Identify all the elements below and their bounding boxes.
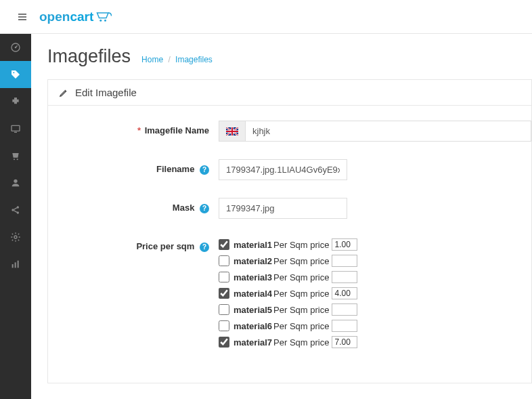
svg-rect-8 [12,125,20,131]
svg-line-16 [14,208,17,210]
material-name: material7 [234,337,272,348]
svg-point-4 [104,19,106,21]
help-icon[interactable]: ? [200,243,209,252]
material-price-input[interactable] [332,238,357,251]
svg-point-18 [14,236,17,238]
sidebar-catalog-icon[interactable] [0,61,31,88]
page-title: Imagefiles [47,46,131,67]
material-price-input[interactable] [332,287,357,299]
material-row: material5 Per Sqm price [219,301,531,318]
breadcrumb-current[interactable]: Imagefiles [175,55,213,64]
material-name: material5 [234,305,272,315]
menu-toggle[interactable] [9,4,35,30]
language-flag [219,121,246,142]
material-suffix: Per Sqm price [273,272,329,282]
svg-point-6 [15,47,17,49]
breadcrumb-home[interactable]: Home [141,55,163,64]
material-suffix: Per Sqm price [273,240,329,250]
help-icon[interactable]: ? [200,204,209,213]
material-price-input[interactable] [332,271,357,283]
label-filename: Filename ? [48,159,219,175]
sidebar-share-icon[interactable] [0,196,31,224]
sidebar-dashboard-icon[interactable] [0,34,31,61]
imagefile-name-input[interactable] [246,121,531,142]
material-name: material3 [234,272,272,282]
svg-rect-19 [12,264,14,268]
material-checkbox[interactable] [219,255,229,266]
panel-heading: Edit Imagefile [48,80,531,106]
label-imagefile-name: * Imagefile Name [48,121,219,135]
panel-title: Edit Imagefile [75,87,137,98]
sidebar-customers-icon[interactable] [0,169,31,196]
material-price-input[interactable] [332,336,357,348]
logo[interactable]: opencart [39,9,116,24]
material-price-input[interactable] [332,320,357,332]
svg-point-12 [14,180,17,183]
material-checkbox[interactable] [219,304,229,315]
filename-input[interactable] [219,159,347,180]
material-suffix: Per Sqm price [273,289,329,299]
breadcrumb: Home / Imagefiles [141,55,213,64]
material-checkbox[interactable] [219,320,229,331]
svg-point-3 [100,19,102,21]
material-suffix: Per Sqm price [273,337,329,348]
material-price-input[interactable] [332,303,357,316]
material-name: material4 [234,289,272,299]
svg-line-17 [14,211,17,213]
svg-rect-21 [18,261,19,268]
pencil-icon [59,88,68,98]
svg-rect-20 [15,262,16,268]
sidebar-design-icon[interactable] [0,115,31,142]
material-row: material2 Per Sqm price [219,253,531,269]
flag-gb-icon [226,127,238,135]
sidebar-sales-icon[interactable] [0,142,31,169]
material-price-input[interactable] [332,255,357,267]
material-row: material6 Per Sqm price [219,318,531,334]
mask-input[interactable] [219,198,347,219]
label-price-per-sqm: Price per sqm ? [48,236,219,252]
material-name: material1 [234,240,272,250]
sidebar-reports-icon[interactable] [0,251,31,278]
material-checkbox[interactable] [219,288,229,299]
material-suffix: Per Sqm price [273,321,329,331]
svg-point-11 [17,159,18,160]
material-checkbox[interactable] [219,272,229,282]
panel: Edit Imagefile * Imagefile Name Filename… [47,79,532,383]
material-row: material1 Per Sqm price [219,236,531,253]
material-checkbox[interactable] [219,337,229,348]
sidebar-system-icon[interactable] [0,224,31,251]
sidebar [0,34,31,399]
material-checkbox[interactable] [219,239,229,250]
material-name: material2 [234,256,272,266]
material-name: material6 [234,321,272,331]
help-icon[interactable]: ? [200,165,209,175]
svg-point-7 [13,72,14,73]
material-row: material3 Per Sqm price [219,269,531,285]
svg-point-10 [14,159,15,160]
label-mask: Mask ? [48,198,219,213]
material-row: material7 Per Sqm price [219,334,531,350]
material-suffix: Per Sqm price [273,305,329,315]
material-suffix: Per Sqm price [273,256,329,266]
material-row: material4 Per Sqm price [219,285,531,301]
sidebar-extensions-icon[interactable] [0,88,31,115]
